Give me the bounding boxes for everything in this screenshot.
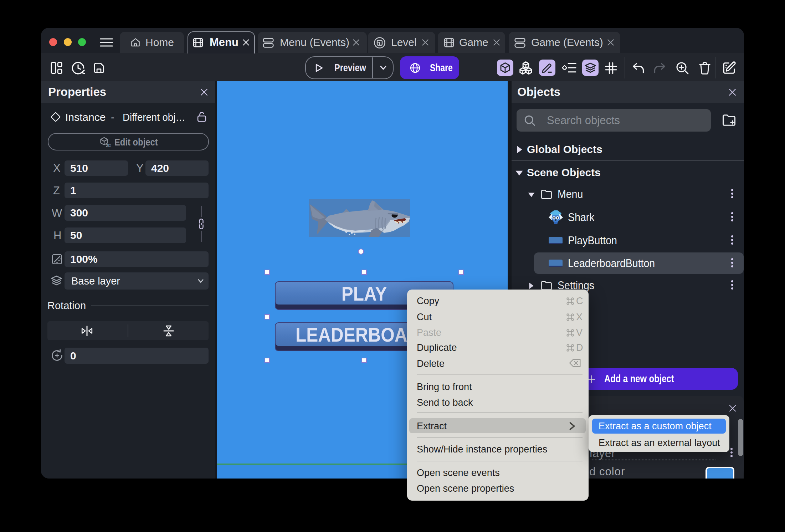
svg-text:2D: 2D	[106, 143, 111, 148]
